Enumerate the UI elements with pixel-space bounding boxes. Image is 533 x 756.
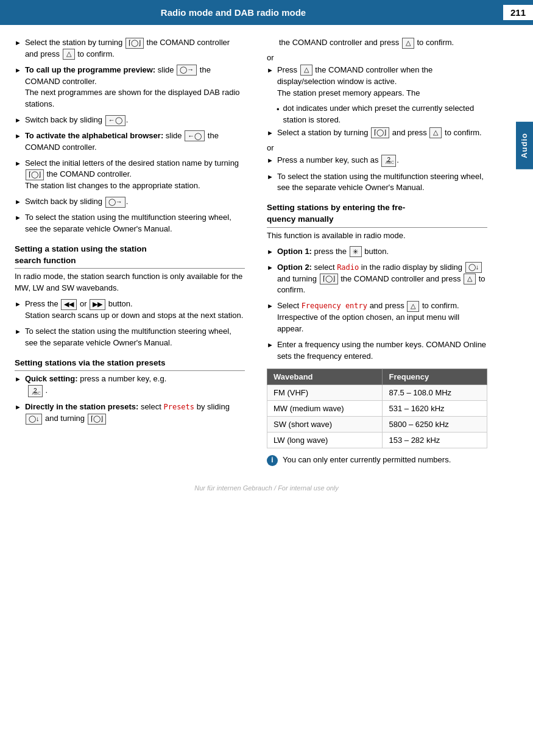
slide-down-icon: ◯↓	[465, 262, 482, 273]
bullet-press-comand-display: ► Press △ the COMAND controller when the…	[267, 65, 487, 99]
bullet-text: To select the station using the multifun…	[277, 171, 487, 194]
bullet-text: Directly in the station presets: select …	[25, 401, 245, 425]
bullet-option1: ► Option 1: press the ✳ button.	[267, 246, 487, 258]
bullet-enter-frequency: ► Enter a frequency using the number key…	[267, 339, 487, 362]
bold-label: Directly in the station presets:	[25, 402, 138, 411]
bullet-arrow: ►	[267, 66, 274, 76]
bullet-multifunction-1: ► To select the station using the multif…	[15, 212, 245, 235]
table-cell-waveband: FM (VHF)	[267, 384, 383, 400]
bullet-arrow: ►	[15, 197, 21, 207]
dot-icon: •	[277, 104, 280, 115]
section-heading-presets: Setting stations via the station presets	[15, 358, 245, 372]
bullet-text: Press △ the COMAND controller when the d…	[277, 65, 487, 99]
frequency-table: Waveband Frequency FM (VHF) 87.5 – 108.0…	[267, 369, 487, 448]
slide-down-icon: ◯↓	[26, 414, 43, 425]
bullet-text: Quick setting: press a number key, e.g. …	[25, 373, 245, 397]
table-header-waveband: Waveband	[267, 369, 383, 384]
footer: Nur für internen Gebrauch / For internal…	[0, 472, 533, 498]
abc-label: ABC	[386, 160, 394, 166]
dot-text: dot indicates under which preset the cur…	[283, 103, 487, 125]
header-bar: Radio mode and DAB radio mode 211	[0, 0, 533, 25]
bullet-initial-letters: ► Select the initial letters of the desi…	[15, 158, 245, 193]
audio-side-tab: Audio	[516, 122, 533, 169]
table-row: FM (VHF) 87.5 – 108.0 MHz	[267, 384, 487, 400]
bullet-comand-press-confirm: the COMAND controller and press △ to con…	[267, 37, 487, 49]
bullet-arrow: ►	[15, 132, 21, 141]
bullet-arrow: ►	[15, 403, 21, 412]
bold-label: To activate the alphabetical browser:	[25, 131, 163, 140]
bullet-arrow: ►	[267, 302, 274, 311]
bullet-press-rewind-ff: ► Press the ◀◀ or ▶▶ button. Station sea…	[15, 299, 245, 322]
table-row: LW (long wave) 153 – 282 kHz	[267, 432, 487, 448]
bullet-arrow: ►	[267, 129, 274, 138]
bold-label: Quick setting:	[25, 374, 78, 383]
bullet-text: Press a number key, such as 2ABC .	[277, 155, 487, 167]
info-text: You can only enter currently permitted n…	[283, 454, 451, 466]
bullet-arrow: ►	[267, 156, 274, 166]
bullet-arrow: ►	[267, 263, 274, 273]
num2-badge: 2ABC	[381, 155, 396, 167]
knob-icon: ⌈◯⌋	[371, 127, 389, 138]
knob-icon: ⌈◯⌋	[88, 414, 106, 425]
bullet-text: Option 2: select Radio in the radio disp…	[277, 262, 487, 297]
table-cell-frequency: 5800 – 6250 kHz	[383, 416, 487, 432]
main-content: ► Select the station by turning ⌈◯⌋ the …	[0, 25, 533, 472]
bullet-arrow: ►	[15, 375, 21, 384]
right-column: the COMAND controller and press △ to con…	[256, 31, 512, 472]
bold-label: Option 2:	[277, 263, 312, 272]
slide-right-icon: ◯→	[105, 197, 125, 208]
section-heading-search: Setting a station using the stationsearc…	[15, 244, 245, 269]
bullet-multifunction-3: ► To select the station using the multif…	[267, 171, 487, 194]
section-intro-frequency: This function is available in radio mode…	[267, 230, 487, 242]
bullet-switch-back-1: ► Switch back by sliding ←◯.	[15, 115, 245, 126]
press-icon: △	[464, 274, 476, 284]
ff-icon: ▶▶	[90, 299, 105, 310]
press-icon: △	[402, 38, 414, 49]
bullet-select-station-turning: ► Select the station by turning ⌈◯⌋ the …	[15, 37, 245, 60]
bullet-text: Switch back by sliding ←◯.	[25, 115, 245, 126]
bullet-option2: ► Option 2: select Radio in the radio di…	[267, 262, 487, 297]
table-header-frequency: Frequency	[383, 369, 487, 384]
table-row: SW (short wave) 5800 – 6250 kHz	[267, 416, 487, 432]
bullet-select-station-2: ► Select a station by turning ⌈◯⌋ and pr…	[267, 127, 487, 139]
rewind-icon: ◀◀	[61, 299, 77, 310]
bullet-arrow: ►	[15, 116, 21, 125]
bullet-arrow: ►	[15, 300, 21, 309]
or-label-2: or	[267, 143, 487, 152]
press-icon: △	[429, 127, 442, 138]
slide-left-icon: ←◯	[105, 115, 125, 126]
star-icon: ✳	[350, 246, 362, 257]
bullet-text: Select the station by turning ⌈◯⌋ the CO…	[25, 37, 245, 60]
press-icon: △	[63, 49, 75, 60]
bullet-text: Option 1: press the ✳ button.	[277, 246, 487, 258]
bullet-text: To activate the alphabetical browser: sl…	[25, 130, 245, 154]
bullet-directly-presets: ► Directly in the station presets: selec…	[15, 401, 245, 425]
bullet-text: Select Frequency entry and press △ to co…	[277, 300, 487, 335]
bullet-text: Press the ◀◀ or ▶▶ button. Station searc…	[25, 299, 245, 322]
table-row: MW (medium wave) 531 – 1620 kHz	[267, 400, 487, 416]
bullet-programme-preview: ► To call up the programme preview: slid…	[15, 65, 245, 110]
bullet-arrow: ►	[15, 327, 21, 337]
page-title: Radio mode and DAB radio mode	[0, 7, 503, 18]
section-heading-frequency: Setting stations by entering the fre-que…	[267, 202, 487, 228]
bullet-text: Switch back by sliding ◯→.	[25, 196, 245, 208]
or-label-1: or	[267, 53, 487, 62]
bullet-switch-back-2: ► Switch back by sliding ◯→.	[15, 196, 245, 208]
section-intro-search: In radio mode, the station search functi…	[15, 271, 245, 294]
num2-badge-container: 2ABC	[27, 386, 46, 395]
bullet-text: Select the initial letters of the desire…	[25, 158, 245, 193]
bullet-text: Enter a frequency using the number keys.…	[277, 339, 487, 362]
left-column: ► Select the station by turning ⌈◯⌋ the …	[0, 31, 256, 472]
table-cell-frequency: 87.5 – 108.0 MHz	[383, 384, 487, 400]
bullet-arrow: ►	[15, 159, 21, 169]
table-cell-frequency: 531 – 1620 kHz	[383, 400, 487, 416]
bullet-text: To call up the programme preview: slide …	[25, 65, 245, 110]
bullet-arrow: ►	[15, 38, 21, 48]
press-icon: △	[300, 65, 312, 76]
press-icon: △	[407, 301, 419, 312]
bullet-text: To select the station using the multifun…	[25, 326, 245, 349]
bullet-text: To select the station using the multifun…	[25, 212, 245, 235]
bullet-arrow: ►	[267, 247, 274, 257]
bullet-alphabetical-browser: ► To activate the alphabetical browser: …	[15, 130, 245, 154]
num2-badge: 2ABC	[28, 385, 43, 397]
